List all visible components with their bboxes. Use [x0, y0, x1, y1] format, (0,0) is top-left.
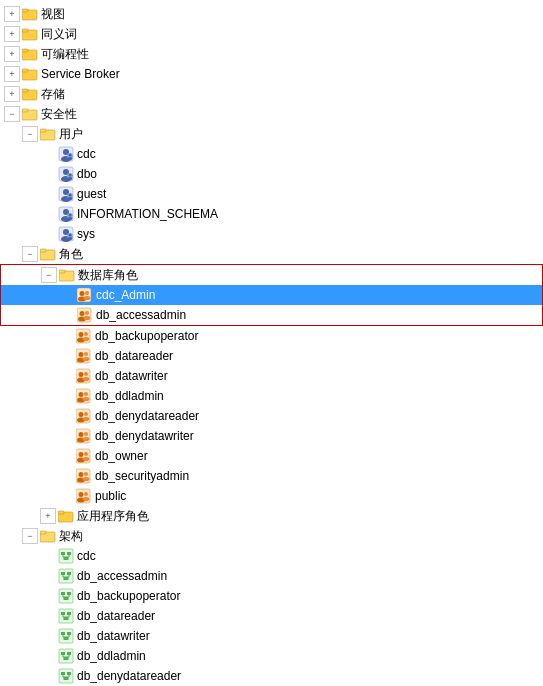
- tree-item-schema-datawriter[interactable]: db_datawriter: [0, 626, 543, 646]
- svg-rect-149: [67, 652, 71, 655]
- svg-rect-47: [59, 270, 65, 273]
- tree-item-app-roles-folder[interactable]: + 应用程序角色: [0, 506, 543, 526]
- tree-item-role-securityadmin[interactable]: db_securityadmin: [0, 466, 543, 486]
- tree-item-schema-denydatareader[interactable]: db_denydatareader: [0, 666, 543, 686]
- expand-placeholder: [40, 206, 56, 222]
- svg-rect-11: [22, 109, 28, 112]
- item-label: db_ddladmin: [77, 646, 146, 666]
- expand-btn-app-roles-folder[interactable]: +: [40, 508, 56, 524]
- tree-item-role-owner[interactable]: db_owner: [0, 446, 543, 466]
- user-icon: [58, 206, 74, 222]
- tree-item-role-denydatawriter[interactable]: db_denydatawriter: [0, 426, 543, 446]
- item-label: guest: [77, 184, 106, 204]
- svg-rect-148: [61, 652, 65, 655]
- tree-item-programmability[interactable]: + 可编程性: [0, 44, 543, 64]
- item-label: db_denydatareader: [95, 406, 199, 426]
- svg-rect-124: [61, 592, 65, 595]
- tree-item-role-datareader[interactable]: db_datareader: [0, 346, 543, 366]
- tree-item-schema-backupoperator[interactable]: db_backupoperator: [0, 586, 543, 606]
- tree-item-roles-folder[interactable]: − 角色: [0, 244, 543, 264]
- item-label: sys: [77, 224, 95, 244]
- user-icon: [58, 226, 74, 242]
- folder-closed-icon: [22, 47, 38, 61]
- item-label: db_datareader: [77, 606, 155, 626]
- expand-btn-storage[interactable]: +: [4, 86, 20, 102]
- folder-open-icon: [59, 268, 75, 282]
- tree-item-security[interactable]: − 安全性: [0, 104, 543, 124]
- svg-point-92: [83, 457, 90, 461]
- item-label: INFORMATION_SCHEMA: [77, 204, 218, 224]
- folder-open-icon: [22, 107, 38, 121]
- folder-open-icon: [40, 247, 56, 261]
- tree-item-role-cdc-admin[interactable]: cdc_Admin: [1, 285, 542, 305]
- svg-point-30: [69, 194, 72, 197]
- expand-placeholder: [40, 648, 56, 664]
- svg-rect-109: [67, 552, 71, 555]
- svg-point-19: [68, 157, 73, 160]
- expand-btn-roles-folder[interactable]: −: [22, 246, 38, 262]
- tree-item-views[interactable]: + 视图: [0, 4, 543, 24]
- expand-btn-synonyms[interactable]: +: [4, 26, 20, 42]
- item-label: cdc: [77, 546, 96, 566]
- expand-placeholder: [58, 468, 74, 484]
- svg-point-89: [79, 452, 84, 457]
- svg-point-102: [83, 497, 90, 501]
- tree-item-schema-folder[interactable]: − 架构: [0, 526, 543, 546]
- tree-item-role-denydatareader[interactable]: db_denydatareader: [0, 406, 543, 426]
- expand-placeholder: [40, 166, 56, 182]
- tree-item-schema-accessadmin[interactable]: db_accessadmin: [0, 566, 543, 586]
- expand-placeholder: [58, 388, 74, 404]
- item-label: cdc_Admin: [96, 285, 155, 305]
- expand-placeholder: [40, 628, 56, 644]
- tree-item-user-sys[interactable]: sys: [0, 224, 543, 244]
- folder-closed-icon: [22, 87, 38, 101]
- item-label: db_backupoperator: [77, 586, 180, 606]
- svg-point-91: [84, 452, 88, 456]
- tree-item-user-guest[interactable]: guest: [0, 184, 543, 204]
- svg-point-67: [83, 357, 90, 361]
- role-icon: [77, 287, 93, 303]
- tree-item-role-accessadmin[interactable]: db_accessadmin: [1, 305, 542, 325]
- folder-closed-icon: [22, 27, 38, 41]
- tree-item-role-datawriter[interactable]: db_datawriter: [0, 366, 543, 386]
- schema-icon: [58, 588, 74, 604]
- svg-rect-9: [22, 89, 28, 92]
- tree-item-synonyms[interactable]: + 同义词: [0, 24, 543, 44]
- svg-point-24: [69, 174, 72, 177]
- folder-open-icon: [40, 127, 56, 141]
- tree-item-schema-ddladmin[interactable]: db_ddladmin: [0, 646, 543, 666]
- folder-open-icon: [40, 529, 56, 543]
- svg-point-69: [79, 372, 84, 377]
- tree-item-user-dbo[interactable]: dbo: [0, 164, 543, 184]
- user-icon: [58, 166, 74, 182]
- tree-item-role-ddladmin[interactable]: db_ddladmin: [0, 386, 543, 406]
- tree-item-schema-cdc[interactable]: cdc: [0, 546, 543, 566]
- expand-btn-users-folder[interactable]: −: [22, 126, 38, 142]
- svg-rect-104: [58, 511, 64, 514]
- expand-btn-db-roles-folder[interactable]: −: [41, 267, 57, 283]
- expand-btn-views[interactable]: +: [4, 6, 20, 22]
- tree-item-service-broker[interactable]: + Service Broker: [0, 64, 543, 84]
- expand-btn-programmability[interactable]: +: [4, 46, 20, 62]
- role-icon: [76, 488, 92, 504]
- expand-placeholder: [40, 146, 56, 162]
- tree-item-user-info[interactable]: INFORMATION_SCHEMA: [0, 204, 543, 224]
- tree-item-role-public[interactable]: public: [0, 486, 543, 506]
- expand-placeholder: [58, 408, 74, 424]
- expand-btn-security[interactable]: −: [4, 106, 20, 122]
- tree-view[interactable]: + 视图+ 同义词+ 可编程性+ Service Broker+ 存储− 安全性…: [0, 0, 543, 686]
- tree-item-schema-datareader[interactable]: db_datareader: [0, 606, 543, 626]
- expand-btn-schema-folder[interactable]: −: [22, 528, 38, 544]
- tree-item-users-folder[interactable]: − 用户: [0, 124, 543, 144]
- item-label: 架构: [59, 526, 83, 546]
- expand-placeholder: [58, 488, 74, 504]
- svg-point-82: [83, 417, 90, 421]
- svg-point-57: [84, 316, 91, 320]
- tree-item-db-roles-folder[interactable]: − 数据库角色: [1, 265, 542, 285]
- tree-item-storage[interactable]: + 存储: [0, 84, 543, 104]
- expand-btn-service-broker[interactable]: +: [4, 66, 20, 82]
- svg-rect-157: [67, 672, 71, 675]
- svg-rect-7: [22, 69, 28, 72]
- tree-item-role-backupoperator[interactable]: db_backupoperator: [0, 326, 543, 346]
- tree-item-user-cdc[interactable]: cdc: [0, 144, 543, 164]
